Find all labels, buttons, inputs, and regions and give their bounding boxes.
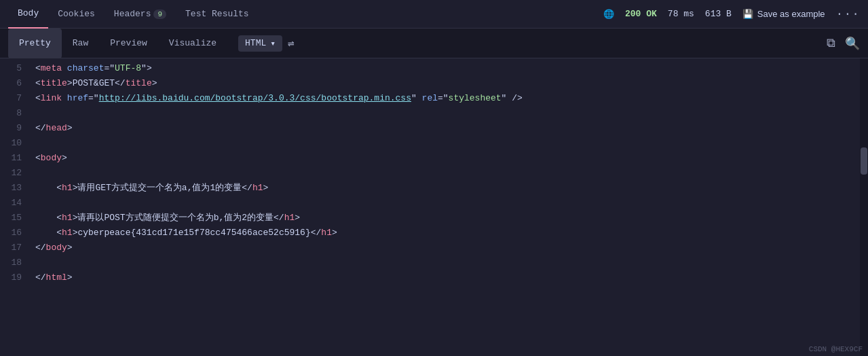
line-num-9: 9 <box>8 121 22 136</box>
watermark: CSDN @HEX9CF <box>809 345 863 353</box>
tab-test-results-label: Test Results <box>185 9 249 19</box>
line-numbers: 5 6 7 8 9 10 11 12 13 14 15 16 17 18 19 <box>0 58 30 356</box>
code-line-14 <box>30 196 868 211</box>
tab-test-results[interactable]: Test Results <box>176 0 259 29</box>
attr-charset: charset <box>67 63 105 73</box>
subtab-visualize[interactable]: Visualize <box>158 29 227 58</box>
subtab-preview[interactable]: Preview <box>99 29 158 58</box>
code-line-13: <h1>请用GET方式提交一个名为a,值为1的变量</h1> <box>30 181 868 196</box>
status-code: 200 OK <box>625 9 657 19</box>
line-num-13: 13 <box>8 181 22 196</box>
tag-meta: meta <box>41 63 62 73</box>
line-num-12: 12 <box>8 166 22 181</box>
line-num-18: 18 <box>8 255 22 270</box>
attr-charset-value: UTF-8 <box>115 63 141 73</box>
line-num-5: 5 <box>8 61 22 76</box>
sub-tabs-right: ⧉ 🔍 <box>827 36 860 51</box>
code-line-7: <link href="http://libs.baidu.com/bootst… <box>30 91 868 106</box>
save-as-example-button[interactable]: 💾 Save as example <box>742 9 825 19</box>
code-line-12 <box>30 166 868 181</box>
save-icon: 💾 <box>742 9 753 19</box>
scrollbar-thumb[interactable] <box>861 147 867 175</box>
code-line-6: <title>POST&GET</title> <box>30 76 868 91</box>
code-area: 5 6 7 8 9 10 11 12 13 14 15 16 17 18 19 … <box>0 58 868 356</box>
code-line-16: <h1>cyberpeace{431cd171e15f78cc475466ace… <box>30 226 868 241</box>
chevron-down-icon: ▾ <box>270 38 276 49</box>
code-line-19: </html> <box>30 270 868 285</box>
line-num-19: 19 <box>8 270 22 285</box>
status-time: 78 ms <box>668 9 694 19</box>
subtab-visualize-label: Visualize <box>169 38 216 48</box>
tab-headers[interactable]: Headers 9 <box>105 0 176 29</box>
top-tabs-right: 🌐 200 OK 78 ms 613 B 💾 Save as example ·… <box>603 7 860 21</box>
code-line-9: </head> <box>30 121 868 136</box>
subtab-preview-label: Preview <box>110 38 147 48</box>
format-label: HTML <box>245 38 266 48</box>
search-icon[interactable]: 🔍 <box>845 36 860 51</box>
code-line-18 <box>30 255 868 270</box>
tab-cookies-label: Cookies <box>58 9 95 19</box>
line-num-14: 14 <box>8 196 22 211</box>
code-line-10 <box>30 136 868 151</box>
sub-tab-bar: Pretty Raw Preview Visualize HTML ▾ ⇌ ⧉ … <box>0 29 868 58</box>
bracket: < <box>35 63 41 73</box>
tab-body-label: Body <box>18 8 39 18</box>
copy-icon[interactable]: ⧉ <box>827 37 835 50</box>
line-num-10: 10 <box>8 136 22 151</box>
save-example-label: Save as example <box>757 9 825 19</box>
top-tab-bar: Body Cookies Headers 9 Test Results 🌐 20… <box>0 0 868 29</box>
subtab-pretty[interactable]: Pretty <box>8 29 62 58</box>
subtab-raw-label: Raw <box>73 38 88 48</box>
status-size: 613 B <box>705 9 732 19</box>
line-num-15: 15 <box>8 211 22 226</box>
code-content: <meta charset="UTF-8"> <title>POST&GET</… <box>30 58 868 356</box>
headers-badge: 9 <box>153 10 166 19</box>
code-line-11: <body> <box>30 151 868 166</box>
subtab-raw[interactable]: Raw <box>62 29 99 58</box>
tab-cookies[interactable]: Cookies <box>48 0 105 29</box>
subtab-pretty-label: Pretty <box>19 38 51 48</box>
code-line-15: <h1>请再以POST方式随便提交一个名为b,值为2的变量</h1> <box>30 211 868 226</box>
line-num-8: 8 <box>8 106 22 121</box>
line-num-11: 11 <box>8 151 22 166</box>
tab-body[interactable]: Body <box>8 0 48 29</box>
code-line-5: <meta charset="UTF-8"> <box>30 61 868 76</box>
code-line-8 <box>30 106 868 121</box>
line-num-17: 17 <box>8 241 22 255</box>
scrollbar-track[interactable] <box>860 58 868 356</box>
globe-icon: 🌐 <box>603 9 614 20</box>
line-num-16: 16 <box>8 226 22 241</box>
code-line-17: </body> <box>30 241 868 255</box>
format-selector[interactable]: HTML ▾ <box>238 35 282 52</box>
tab-headers-label: Headers <box>114 9 151 19</box>
more-options-icon[interactable]: ··· <box>836 7 860 21</box>
wrap-icon[interactable]: ⇌ <box>288 37 295 50</box>
line-num-6: 6 <box>8 76 22 91</box>
line-num-7: 7 <box>8 91 22 106</box>
